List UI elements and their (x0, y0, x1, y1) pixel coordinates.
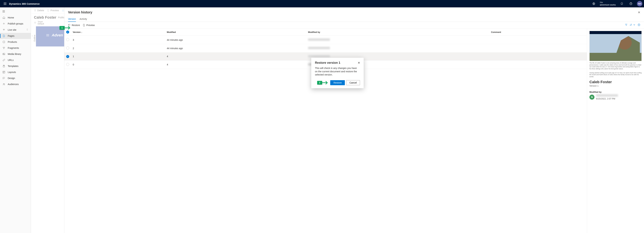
help-icon[interactable] (628, 1, 634, 7)
sort-icon[interactable] (630, 23, 636, 27)
modifier-avatar: N (590, 95, 594, 100)
svg-rect-0 (4, 2, 4, 3)
svg-point-19 (3, 83, 4, 84)
cell-comment (489, 52, 587, 60)
link-icon (2, 59, 6, 61)
sidebar-item-layouts[interactable]: Layouts (0, 69, 31, 75)
target-value: Default (38, 23, 44, 25)
col-version[interactable]: Version ↓ (71, 28, 165, 36)
sidebar-item-products[interactable]: Products (0, 39, 31, 45)
modifier-name-redacted (596, 94, 618, 97)
sidebar-item-label: Live site (8, 28, 16, 31)
close-icon[interactable]: ✕ (638, 10, 640, 14)
close-icon[interactable]: ✕ (358, 61, 360, 64)
sidebar-item-label: Media library (8, 53, 21, 55)
tab-version[interactable]: Version (68, 16, 76, 22)
row-checkbox[interactable] (66, 46, 69, 49)
svg-rect-8 (6, 4, 6, 5)
callout-2: 2 (317, 80, 329, 85)
col-modified[interactable]: Modified (165, 28, 306, 36)
row-checkbox[interactable] (66, 63, 69, 66)
version-details: The life of Caleb Foster is one amazing … (587, 28, 644, 233)
svg-point-11 (4, 29, 4, 30)
outline-label: Outline (33, 35, 36, 42)
info-icon[interactable] (638, 23, 640, 27)
cancel-button[interactable]: Cancel (346, 80, 360, 85)
svg-rect-5 (6, 3, 6, 4)
svg-rect-12 (3, 41, 5, 43)
detail-modified-by-label: Modified by (590, 91, 642, 93)
cell-modified: 4 (165, 52, 306, 60)
col-comment[interactable]: Comment (489, 28, 587, 36)
sidebar-item-label: Home (8, 16, 14, 19)
publish-icon (2, 22, 6, 25)
svg-rect-4 (5, 3, 6, 4)
panel-title: Version history (68, 10, 92, 14)
cell-comment (489, 36, 587, 44)
svg-point-20 (4, 84, 5, 84)
preview-button[interactable]: Preview (47, 9, 59, 12)
version-preview-thumbnail (590, 31, 642, 61)
bell-icon[interactable] (619, 1, 625, 7)
row-checkbox[interactable]: ✓ (66, 55, 69, 58)
cell-modified: 4 (165, 60, 306, 69)
modal-body: This will check in any changes you have … (315, 67, 360, 76)
sidebar-item-home[interactable]: Home (0, 14, 31, 21)
menu-toggle-icon[interactable] (0, 9, 31, 14)
site-picker[interactable]: Site adventure works (600, 1, 616, 6)
sidebar-item-design[interactable]: Design (0, 75, 31, 81)
layout-icon (2, 71, 6, 73)
svg-point-13 (3, 47, 4, 48)
globe-icon[interactable] (591, 1, 597, 7)
sidebar-item-label: Products (8, 41, 17, 43)
filter-icon[interactable] (625, 23, 628, 27)
sidebar-item-publish-groups[interactable]: Publish groups (0, 21, 31, 27)
sidebar-item-pages[interactable]: Pages (0, 33, 31, 39)
restore-confirm-button[interactable]: Restore (330, 80, 345, 85)
sidebar-item-urls[interactable]: URLs (0, 57, 31, 63)
sidebar-item-live-site[interactable]: Live site (0, 27, 31, 33)
template-icon (2, 65, 6, 67)
svg-point-21 (34, 22, 36, 23)
site-name: adventure works (600, 3, 616, 6)
site-label: Site (600, 1, 616, 3)
cell-comment (489, 60, 587, 69)
table-row[interactable]: 344 minutes ago (64, 36, 587, 44)
row-checkbox[interactable] (66, 38, 69, 41)
products-icon (2, 41, 6, 43)
preview-version-button[interactable]: Preview (83, 24, 95, 26)
design-icon (2, 77, 6, 79)
table-row[interactable]: 244 minutes ago (64, 44, 587, 52)
sidebar-item-label: Templates (8, 65, 18, 67)
delete-button[interactable]: Delete (34, 9, 44, 12)
user-avatar[interactable]: NH (637, 1, 642, 6)
sidebar-item-audiences[interactable]: Audiences (0, 81, 31, 87)
sidebar: Home Publish groups Live site Pages Prod… (0, 7, 31, 233)
sort-down-icon: ↓ (81, 31, 82, 33)
sidebar-item-label: Pages (8, 34, 14, 37)
callout-1: 1 (60, 25, 72, 30)
cell-comment (489, 44, 587, 52)
sidebar-item-templates[interactable]: Templates (0, 63, 31, 69)
svg-point-22 (35, 22, 36, 23)
outline-toggle[interactable]: Outline (31, 26, 36, 46)
tab-activity[interactable]: Activity (80, 16, 87, 22)
svg-rect-7 (5, 4, 6, 5)
cell-version: 3 (71, 36, 165, 44)
sidebar-item-media[interactable]: Media library (0, 51, 31, 57)
fragments-icon (2, 47, 6, 49)
modifier-date: 6/15/2022, 2:07 PM (596, 97, 618, 100)
media-icon (2, 53, 6, 55)
detail-version: Version 1 (590, 85, 642, 87)
detail-title: Caleb Foster (590, 80, 642, 84)
svg-rect-1 (5, 2, 6, 3)
preview-caption-2: Having started surfing at an early age o… (590, 72, 642, 78)
sidebar-item-fragments[interactable]: Fragments (0, 45, 31, 51)
cell-modified: 44 minutes ago (165, 44, 306, 52)
svg-point-14 (4, 47, 5, 48)
sidebar-item-label: Audiences (8, 83, 19, 86)
preview-caption-1: The life of Caleb Foster is one amazing … (590, 62, 642, 70)
select-all-checkbox[interactable]: ✓ (66, 30, 69, 33)
col-modified-by[interactable]: Modified by (306, 28, 490, 36)
apps-icon[interactable] (2, 2, 8, 5)
